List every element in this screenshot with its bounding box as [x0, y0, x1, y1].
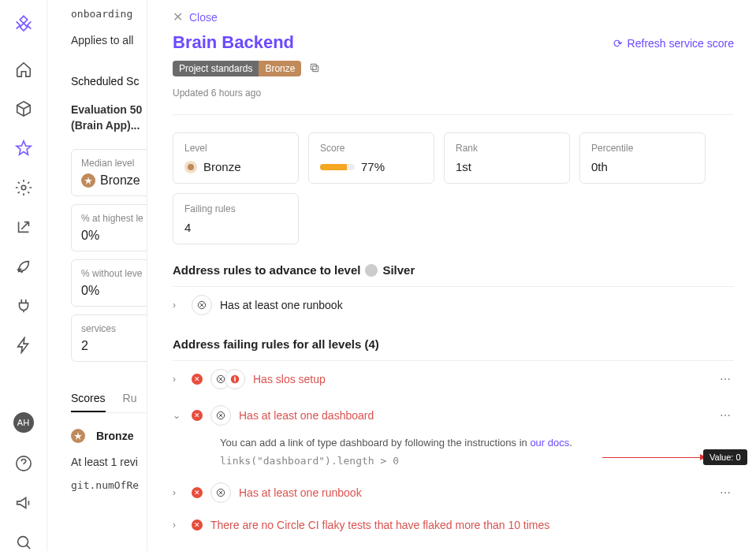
more-actions-icon[interactable]: ⋯ — [717, 370, 734, 389]
star-icon[interactable] — [15, 140, 32, 157]
fail-status-icon: ✕ — [192, 487, 203, 498]
cube-icon[interactable] — [15, 100, 32, 117]
metric-value: 0th — [591, 160, 694, 173]
close-icon: ✕ — [173, 9, 183, 24]
chevron-down-icon[interactable]: ⌄ — [173, 410, 184, 421]
rule-text: Has slos setup — [253, 373, 326, 385]
stat-value: Bronze — [100, 173, 140, 187]
chevron-right-icon[interactable]: › — [173, 487, 184, 498]
integration-icon — [225, 369, 245, 389]
metric-percentile: Percentile 0th — [579, 132, 706, 184]
bronze-badge-icon — [71, 429, 85, 443]
svg-point-0 — [21, 185, 26, 190]
close-button[interactable]: ✕ Close — [173, 9, 734, 24]
failing-rule-item[interactable]: ⌄✕Has at least one dashboard⋯ — [173, 397, 734, 434]
fail-status-icon: ✕ — [192, 374, 203, 385]
svg-point-2 — [17, 537, 28, 547]
failing-rule-item[interactable]: ›✕There are no Circle CI flaky tests tha… — [173, 511, 734, 539]
avatar[interactable]: AH — [13, 412, 34, 433]
svg-rect-6 — [311, 64, 317, 69]
standard-tag: Project standards Bronze — [173, 61, 301, 76]
chevron-right-icon[interactable]: › — [173, 374, 184, 385]
chevron-right-icon[interactable]: › — [173, 519, 184, 531]
rule-text: Has at least one runbook — [239, 486, 362, 499]
annotation-arrow — [602, 457, 705, 458]
refresh-label: Refresh service score — [628, 37, 734, 50]
metric-label: Failing rules — [184, 203, 287, 214]
refresh-icon: ⟳ — [613, 37, 623, 50]
rule-text: Has at least one runbook — [220, 299, 343, 311]
cortex-integration-icon — [192, 295, 212, 315]
score-progress — [320, 164, 355, 170]
more-actions-icon[interactable]: ⋯ — [717, 406, 734, 425]
bolt-icon[interactable] — [15, 337, 32, 354]
tab-rules[interactable]: Ru — [123, 385, 137, 412]
rule-text: There are no Circle CI flaky tests that … — [210, 519, 549, 531]
metric-failing-rules: Failing rules 4 — [173, 193, 299, 244]
metric-value: 4 — [184, 221, 287, 234]
rule-expanded-body: You can add a link of type dashboard by … — [173, 434, 734, 475]
fail-status-icon: ✕ — [192, 519, 203, 531]
fail-status-icon: ✕ — [192, 410, 203, 421]
home-icon[interactable] — [15, 61, 32, 78]
value-tooltip: Value: 0 — [703, 449, 747, 465]
metric-label: Level — [184, 143, 287, 154]
chevron-right-icon[interactable]: › — [173, 300, 184, 311]
tag-level: Bronze — [259, 61, 301, 76]
bronze-badge-icon — [81, 173, 95, 188]
svg-marker-3 — [84, 177, 92, 184]
advance-rule-item[interactable]: › Has at least one runbook — [173, 287, 734, 323]
tag-name: Project standards — [173, 61, 259, 76]
svg-rect-5 — [313, 65, 318, 71]
level-label: Bronze — [96, 430, 133, 442]
updated-timestamp: Updated 6 hours ago — [173, 87, 734, 99]
failing-rule-item[interactable]: ›✕Has slos setup⋯ — [173, 361, 734, 397]
metric-score: Score 77% — [308, 132, 434, 184]
svg-marker-4 — [74, 432, 82, 440]
refresh-score-button[interactable]: ⟳ Refresh service score — [613, 37, 734, 50]
metric-value: 77% — [361, 160, 385, 173]
more-actions-icon[interactable]: ⋯ — [717, 483, 734, 502]
failing-heading: Address failing rules for all levels (4) — [173, 337, 734, 351]
search-icon[interactable] — [15, 534, 32, 551]
metric-value: Bronze — [203, 160, 241, 173]
metric-label: Rank — [456, 143, 558, 154]
failing-rule-item[interactable]: ›✕Has at least one runbook⋯ — [173, 475, 734, 511]
close-label: Close — [189, 11, 218, 24]
docs-link[interactable]: our docs — [530, 437, 569, 449]
service-detail-panel: ✕ Close Brain Backend ⟳ Refresh service … — [147, 0, 756, 551]
service-title[interactable]: Brain Backend — [173, 32, 294, 53]
rule-text: Has at least one dashboard — [239, 409, 374, 422]
integration-icon — [210, 405, 231, 426]
metric-label: Score — [320, 143, 423, 154]
metric-level: Level Bronze — [173, 132, 299, 184]
silver-badge-icon — [365, 264, 378, 277]
logo-icon — [13, 14, 35, 39]
app-sidebar: AH — [0, 0, 47, 551]
advance-heading: Address rules to advance to level Silver — [173, 263, 734, 277]
integration-icon — [210, 482, 231, 503]
metric-label: Percentile — [591, 143, 694, 154]
rocket-icon[interactable] — [15, 258, 32, 275]
tab-scores[interactable]: Scores — [71, 385, 106, 412]
help-icon[interactable] — [15, 455, 32, 472]
megaphone-icon[interactable] — [15, 494, 32, 512]
copy-icon[interactable] — [309, 62, 320, 76]
metric-rank: Rank 1st — [444, 132, 570, 184]
metric-value: 1st — [456, 160, 558, 173]
bronze-level-icon — [184, 161, 197, 173]
gear-icon[interactable] — [15, 179, 32, 196]
plug-icon[interactable] — [15, 297, 32, 315]
svg-point-7 — [188, 164, 194, 170]
redirect-icon[interactable] — [15, 218, 32, 236]
